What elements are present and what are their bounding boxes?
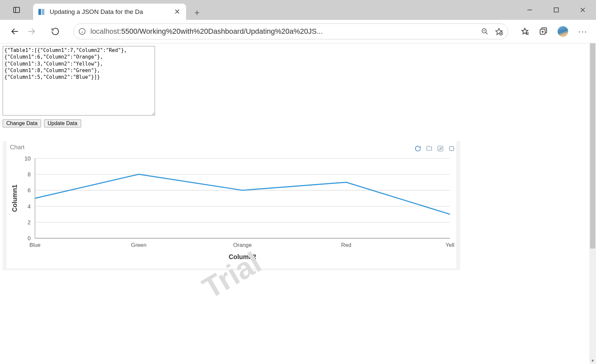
address-bar[interactable]: localhost:5500/Working%20with%20Dashboar… <box>74 23 508 39</box>
window-controls <box>517 0 596 20</box>
svg-rect-0 <box>14 7 20 13</box>
back-button[interactable] <box>7 23 23 40</box>
site-info-icon[interactable] <box>78 28 86 35</box>
favorite-icon[interactable] <box>495 27 503 35</box>
scroll-down-icon[interactable]: ▼ <box>589 357 596 364</box>
svg-text:10: 10 <box>25 156 31 162</box>
svg-rect-2 <box>38 9 41 15</box>
svg-text:Blue: Blue <box>29 242 41 248</box>
change-data-button[interactable]: Change Data <box>3 119 41 127</box>
svg-text:Red: Red <box>341 242 351 248</box>
svg-text:Column1: Column1 <box>11 185 18 212</box>
update-data-button[interactable]: Update Data <box>44 119 81 127</box>
open-report-icon[interactable] <box>426 145 432 152</box>
toolbar-right: ··· <box>521 26 587 37</box>
refresh-report-icon[interactable] <box>415 145 421 152</box>
svg-text:4: 4 <box>27 204 30 210</box>
browser-tab[interactable]: Updating a JSON Data for the Da ✕ <box>33 4 186 20</box>
url-path: :5500/Working%20with%20Dashboard/Updatin… <box>119 27 323 35</box>
json-data-textarea[interactable] <box>3 46 155 115</box>
svg-text:2: 2 <box>27 219 30 226</box>
close-tab-icon[interactable]: ✕ <box>170 8 180 16</box>
panel-tools <box>415 145 455 152</box>
browser-window: Updating a JSON Data for the Da ✕ ＋ loca… <box>0 0 596 364</box>
chart-area: 0246810BlueGreenOrangeRedYellColumn2Colu… <box>9 155 454 262</box>
svg-text:Green: Green <box>131 242 147 248</box>
scrollbar-thumb[interactable] <box>590 43 595 249</box>
svg-line-14 <box>486 32 488 34</box>
url-text: localhost:5500/Working%20with%20Dashboar… <box>90 27 477 36</box>
button-row: Change Data Update Data <box>3 119 460 127</box>
svg-text:Yell: Yell <box>446 242 454 248</box>
refresh-button[interactable] <box>47 23 64 40</box>
tab-title: Updating a JSON Data for the Da <box>50 8 143 16</box>
forward-button <box>23 23 40 40</box>
maximize-button[interactable] <box>543 0 570 20</box>
svg-text:8: 8 <box>27 171 30 178</box>
svg-text:6: 6 <box>27 187 30 194</box>
svg-text:Column2: Column2 <box>229 253 256 260</box>
svg-rect-27 <box>450 147 454 151</box>
collections-icon[interactable] <box>539 27 548 36</box>
svg-rect-5 <box>554 8 559 12</box>
url-host: localhost <box>90 27 119 35</box>
favicon-icon <box>38 8 45 16</box>
vertical-scrollbar[interactable]: ▲ ▼ <box>589 43 596 364</box>
new-tab-button[interactable]: ＋ <box>189 5 205 20</box>
chart-title: Chart <box>10 144 454 151</box>
favorites-list-icon[interactable] <box>521 27 529 36</box>
tab-actions-icon[interactable] <box>0 0 33 20</box>
profile-avatar[interactable] <box>558 26 568 37</box>
fullscreen-report-icon[interactable] <box>448 145 455 152</box>
zoom-icon[interactable] <box>481 28 488 35</box>
chart-card: Chart 0246810BlueGreenOrangeRedYellColum… <box>7 141 456 268</box>
close-window-button[interactable] <box>570 0 596 20</box>
browser-toolbar: localhost:5500/Working%20with%20Dashboar… <box>0 20 596 43</box>
more-menu-icon[interactable]: ··· <box>578 26 587 37</box>
titlebar: Updating a JSON Data for the Da ✕ ＋ <box>0 0 596 20</box>
edit-report-icon[interactable] <box>437 145 444 152</box>
svg-text:0: 0 <box>27 235 30 242</box>
page-viewport: Change Data Update Data Chart 0246810Blu… <box>0 43 596 364</box>
svg-text:Orange: Orange <box>233 242 252 248</box>
minimize-button[interactable] <box>517 0 543 20</box>
svg-rect-3 <box>42 9 44 15</box>
report-panel: Chart 0246810BlueGreenOrangeRedYellColum… <box>3 141 460 270</box>
